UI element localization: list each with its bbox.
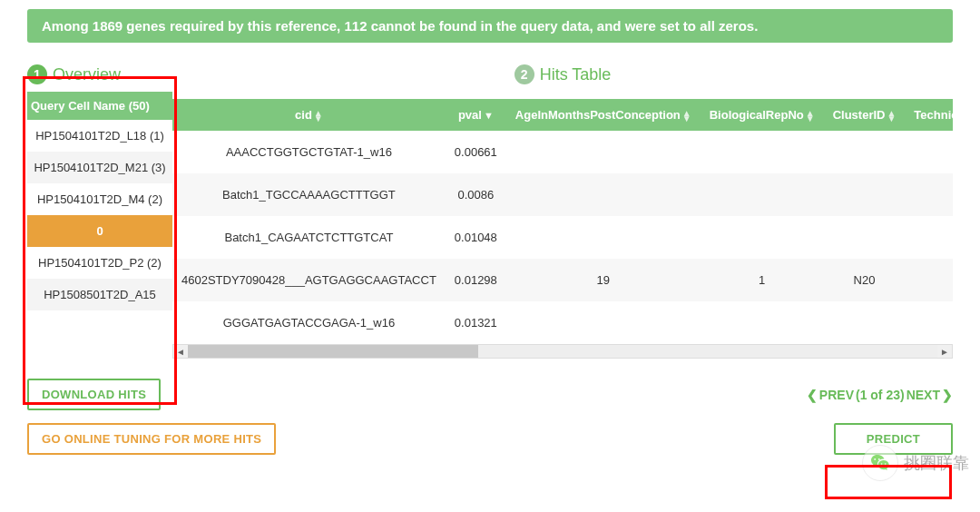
cell-cluster: N20 bbox=[824, 259, 906, 301]
download-hits-button[interactable]: DOWNLOAD HITS bbox=[27, 379, 161, 410]
col-pval[interactable]: pval▼ bbox=[446, 99, 506, 131]
scroll-thumb[interactable] bbox=[188, 345, 478, 358]
overview-item[interactable]: HP1508501T2D_A15 bbox=[27, 279, 172, 310]
horizontal-scrollbar[interactable]: ◄ ► bbox=[172, 344, 953, 359]
overview-sidebar: 1 Overview Query Cell Name (50) HP150410… bbox=[27, 64, 172, 359]
cell-tech bbox=[905, 301, 953, 344]
cell-cluster bbox=[824, 131, 906, 173]
scroll-track[interactable] bbox=[188, 345, 937, 358]
cell-tech bbox=[905, 259, 953, 301]
sort-icon: ▲▼ bbox=[314, 111, 323, 122]
hits-title: Hits Table bbox=[540, 65, 612, 84]
sort-icon: ▲▼ bbox=[887, 111, 896, 122]
cell-bio bbox=[701, 216, 824, 259]
hits-table-area: 2 Hits Table cid▲▼ pval▼ AgeInMonthsPost… bbox=[172, 64, 953, 359]
overview-item[interactable]: HP1504101T2D_P2 (2) bbox=[27, 247, 172, 279]
table-row[interactable]: GGGATGAGTACCGAGA-1_w16 0.01321 bbox=[172, 301, 953, 344]
cell-tech bbox=[905, 216, 953, 259]
scroll-right-icon[interactable]: ► bbox=[937, 345, 952, 358]
cell-cluster bbox=[824, 216, 906, 259]
cell-age: 19 bbox=[506, 259, 701, 301]
cell-age bbox=[506, 173, 701, 216]
next-button[interactable]: NEXT bbox=[906, 388, 940, 402]
table-row[interactable]: 4602STDY7090428___AGTGAGGCAAGTACCT 0.012… bbox=[172, 259, 953, 301]
chevron-left-icon: ❮ bbox=[807, 388, 818, 402]
col-cid[interactable]: cid▲▼ bbox=[172, 99, 446, 131]
cell-pval: 0.01321 bbox=[446, 301, 506, 344]
info-alert: Among 1869 genes required by this refere… bbox=[27, 9, 953, 43]
col-bio[interactable]: BiologicalRepNo▲▼ bbox=[701, 99, 824, 131]
page-status: (1 of 23) bbox=[856, 388, 905, 402]
cell-age bbox=[506, 216, 701, 259]
cell-pval: 0.00661 bbox=[446, 131, 506, 173]
overview-item[interactable]: HP1504101T2D_L18 (1) bbox=[27, 120, 172, 152]
cell-cid: Batch1_TGCCAAAAGCTTTGGT bbox=[172, 173, 446, 216]
hits-section-header: 2 Hits Table bbox=[514, 64, 612, 84]
overview-item[interactable]: HP1504101T2D_M21 (3) bbox=[27, 152, 172, 183]
overview-column-header[interactable]: Query Cell Name (50) bbox=[27, 92, 172, 120]
sort-icon: ▲▼ bbox=[682, 111, 691, 122]
hits-table: cid▲▼ pval▼ AgeInMonthsPostConception▲▼ … bbox=[172, 99, 953, 344]
cell-bio bbox=[701, 301, 824, 344]
cell-pval: 0.0086 bbox=[446, 173, 506, 216]
table-row[interactable]: Batch1_CAGAATCTCTTGTCAT 0.01048 bbox=[172, 216, 953, 259]
cell-cid: 4602STDY7090428___AGTGAGGCAAGTACCT bbox=[172, 259, 446, 301]
cell-bio bbox=[701, 131, 824, 173]
prev-button[interactable]: PREV bbox=[819, 388, 854, 402]
table-row[interactable]: Batch1_TGCCAAAAGCTTTGGT 0.0086 bbox=[172, 173, 953, 216]
cell-cluster bbox=[824, 173, 906, 216]
col-age[interactable]: AgeInMonthsPostConception▲▼ bbox=[506, 99, 701, 131]
cell-age bbox=[506, 131, 701, 173]
cell-pval: 0.01048 bbox=[446, 216, 506, 259]
scroll-left-icon[interactable]: ◄ bbox=[173, 345, 188, 358]
overview-section-header: 1 Overview bbox=[27, 64, 172, 84]
col-cluster[interactable]: ClusterID▲▼ bbox=[824, 99, 906, 131]
overview-title: Overview bbox=[53, 65, 121, 84]
sort-icon: ▲▼ bbox=[806, 111, 815, 122]
chevron-right-icon: ❯ bbox=[942, 388, 953, 402]
online-tuning-button[interactable]: GO ONLINE TUNING FOR MORE HITS bbox=[27, 423, 276, 455]
cell-tech bbox=[905, 131, 953, 173]
cell-cid: Batch1_CAGAATCTCTTGTCAT bbox=[172, 216, 446, 259]
sort-desc-icon: ▼ bbox=[484, 110, 494, 121]
cell-cid: GGGATGAGTACCGAGA-1_w16 bbox=[172, 301, 446, 344]
col-technical[interactable]: Technica bbox=[905, 99, 953, 131]
predict-button[interactable]: PREDICT bbox=[834, 423, 953, 455]
cell-age bbox=[506, 301, 701, 344]
cell-tech bbox=[905, 173, 953, 216]
cell-pval: 0.01298 bbox=[446, 259, 506, 301]
overview-badge: 1 bbox=[27, 64, 47, 84]
hits-badge: 2 bbox=[514, 64, 534, 84]
overview-item-selected[interactable]: 0 bbox=[27, 215, 172, 247]
cell-cluster bbox=[824, 301, 906, 344]
table-scroll-container: cid▲▼ pval▼ AgeInMonthsPostConception▲▼ … bbox=[172, 99, 953, 359]
cell-bio: 1 bbox=[701, 259, 824, 301]
cell-cid: AAACCTGGTGCTGTAT-1_w16 bbox=[172, 131, 446, 173]
cell-bio bbox=[701, 173, 824, 216]
overview-item[interactable]: HP1504101T2D_M4 (2) bbox=[27, 183, 172, 215]
table-row[interactable]: AAACCTGGTGCTGTAT-1_w16 0.00661 bbox=[172, 131, 953, 173]
pagination: ❮ PREV (1 of 23) NEXT ❯ bbox=[807, 388, 953, 402]
